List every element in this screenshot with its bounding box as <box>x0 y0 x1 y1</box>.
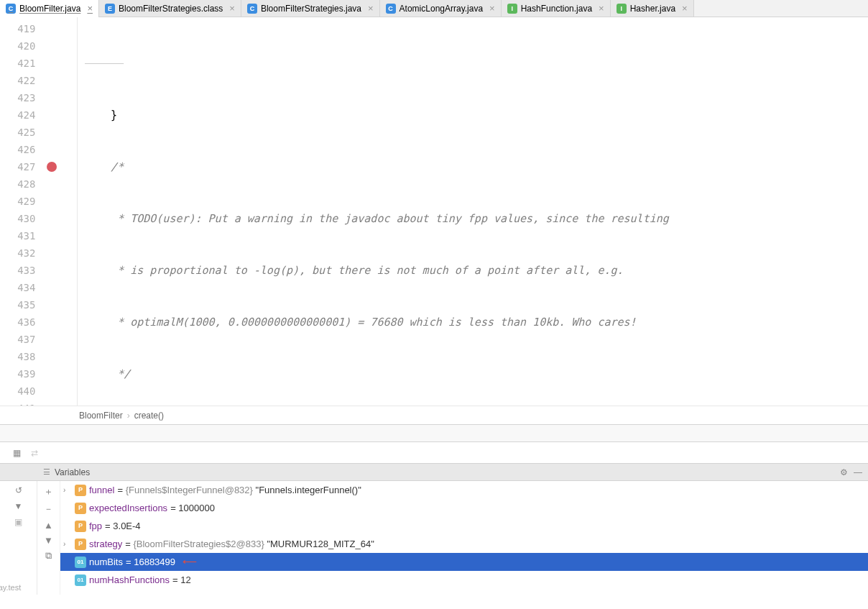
code-line: */ <box>78 365 868 383</box>
debug-panel: ↺ ▼ ▣ ray.test ＋ － ▲ ▼ ⧉ ›P funnel = {Fu… <box>0 481 868 595</box>
variable-value: = {BloomFilterStrategies$2@833} "MURMUR1… <box>125 535 374 553</box>
variables-body: ＋ － ▲ ▼ ⧉ ›P funnel = {Funnels$IntegerFu… <box>37 481 868 595</box>
breadcrumb[interactable]: BloomFilter › create() <box>0 406 868 424</box>
tab-label: AtomicLongArray.java <box>400 4 484 14</box>
variable-type-icon: P <box>75 503 86 514</box>
file-icon: I <box>507 4 517 14</box>
truncated-label: ray.test <box>0 583 21 592</box>
file-icon: C <box>247 4 257 14</box>
table-view-icon[interactable]: ▦ <box>13 448 21 458</box>
copy-icon[interactable]: ⧉ <box>45 550 52 562</box>
expand-chevron-icon[interactable]: › <box>63 535 72 553</box>
file-icon: C <box>386 4 396 14</box>
tab-atomiclongarray-java[interactable]: CAtomicLongArray.java× <box>380 0 502 17</box>
variable-row-funnel[interactable]: ›P funnel = {Funnels$IntegerFunnel@832} … <box>60 481 868 499</box>
variable-name: numBits <box>89 553 123 571</box>
variable-name: fpp <box>89 517 102 535</box>
variable-name: strategy <box>89 535 122 553</box>
line-numbers: 4194204214224234244254264274284294304314… <box>0 17 42 406</box>
gutter: 4194204214224234244254264274284294304314… <box>0 17 78 406</box>
tab-hasher-java[interactable]: IHasher.java× <box>611 0 694 17</box>
variable-value: = 12 <box>172 571 191 589</box>
variable-row-numBits[interactable]: 01 numBits = 16883499⟵ <box>60 553 868 571</box>
variable-type-icon: 01 <box>75 557 86 568</box>
editor: 4194204214224234244254264274284294304314… <box>0 17 868 406</box>
tab-label: Hasher.java <box>630 4 675 14</box>
close-icon[interactable]: × <box>599 3 604 14</box>
menu-icon[interactable]: ☰ <box>43 467 50 477</box>
breakpoint-icon[interactable] <box>47 162 57 172</box>
variables-panel-header: ☰ Variables ⚙ — <box>0 463 868 481</box>
panel-title: Variables <box>55 467 90 477</box>
variable-row-expectedInsertions[interactable]: P expectedInsertions = 1000000 <box>60 499 868 517</box>
gutter-markers <box>42 17 77 406</box>
tab-bloomfilter-java[interactable]: CBloomFilter.java× <box>0 0 99 17</box>
variable-name: funnel <box>89 481 114 499</box>
variable-row-fpp[interactable]: P fpp = 3.0E-4 <box>60 517 868 535</box>
add-icon[interactable]: ＋ <box>44 485 53 498</box>
editor-tabs: CBloomFilter.java×EBloomFilterStrategies… <box>0 0 868 17</box>
tab-label: HashFunction.java <box>521 4 592 14</box>
variable-value: = 3.0E-4 <box>105 517 141 535</box>
up-icon[interactable]: ▲ <box>44 520 53 531</box>
code-line[interactable]: } <box>78 106 868 124</box>
tab-label: BloomFilter.java <box>19 4 80 14</box>
variable-name: numHashFunctions <box>89 571 170 589</box>
debug-left-toolbar: ↺ ▼ ▣ ray.test <box>0 481 37 595</box>
close-icon[interactable]: × <box>368 3 374 14</box>
variables-toolbar: ＋ － ▲ ▼ ⧉ <box>37 481 60 595</box>
variables-list[interactable]: ›P funnel = {Funnels$IntegerFunnel@832} … <box>60 481 868 589</box>
close-icon[interactable]: × <box>682 3 688 14</box>
code-line: * TODO(user): Put a warning in the javad… <box>78 210 868 227</box>
debug-toolbar: ▦ ⇄ <box>0 441 868 463</box>
breadcrumb-method[interactable]: create() <box>134 411 164 421</box>
remove-icon[interactable]: － <box>44 503 53 516</box>
close-icon[interactable]: × <box>229 3 235 14</box>
variable-value: = {Funnels$IntegerFunnel@832} "Funnels.i… <box>117 481 361 499</box>
variable-value: = 1000000 <box>170 499 215 517</box>
variable-type-icon: P <box>75 521 86 532</box>
settings-icon[interactable]: ⇄ <box>31 448 38 458</box>
panel-minimize-icon[interactable]: — <box>854 467 862 477</box>
variable-type-icon: 01 <box>75 574 86 586</box>
code-area[interactable]: } /* * TODO(user): Put a warning in the … <box>78 17 868 406</box>
chevron-right-icon: › <box>127 411 130 421</box>
file-icon: I <box>617 4 627 14</box>
variable-type-icon: P <box>75 485 86 496</box>
tab-bloomfilterstrategies-java[interactable]: CBloomFilterStrategies.java× <box>241 0 380 17</box>
close-icon[interactable]: × <box>489 3 495 14</box>
tab-label: BloomFilterStrategies.java <box>261 4 361 14</box>
variable-name: expectedInsertions <box>89 499 167 517</box>
code-line: * optimalM(1000, 0.0000000000000001) = 7… <box>78 313 868 331</box>
variable-row-strategy[interactable]: ›P strategy = {BloomFilterStrategies$2@8… <box>60 535 868 553</box>
file-icon: E <box>105 4 115 14</box>
code-line: /* <box>78 158 868 175</box>
tab-hashfunction-java[interactable]: IHashFunction.java× <box>502 0 611 17</box>
code-line <box>78 55 868 72</box>
expand-chevron-icon[interactable]: › <box>63 481 72 499</box>
code-line: * is proportional to -log(p), but there … <box>78 262 868 279</box>
tab-label: BloomFilterStrategies.class <box>119 4 223 14</box>
breadcrumb-class[interactable]: BloomFilter <box>79 411 123 421</box>
variable-type-icon: P <box>75 539 86 550</box>
variable-value: = 16883499 <box>126 553 175 571</box>
down-icon[interactable]: ▼ <box>44 535 53 546</box>
arrow-indicator-icon: ⟵ <box>183 553 197 571</box>
panel-settings-icon[interactable]: ⚙ <box>840 467 848 477</box>
close-icon[interactable]: × <box>87 3 93 14</box>
tab-bloomfilterstrategies-class[interactable]: EBloomFilterStrategies.class× <box>99 0 241 17</box>
file-icon: C <box>6 4 16 14</box>
restore-icon[interactable]: ↺ <box>15 485 22 495</box>
expand-icon[interactable]: ▣ <box>14 517 22 527</box>
status-bar <box>0 424 868 441</box>
variable-row-numHashFunctions[interactable]: 01 numHashFunctions = 12 <box>60 571 868 589</box>
filter-icon[interactable]: ▼ <box>14 501 23 511</box>
